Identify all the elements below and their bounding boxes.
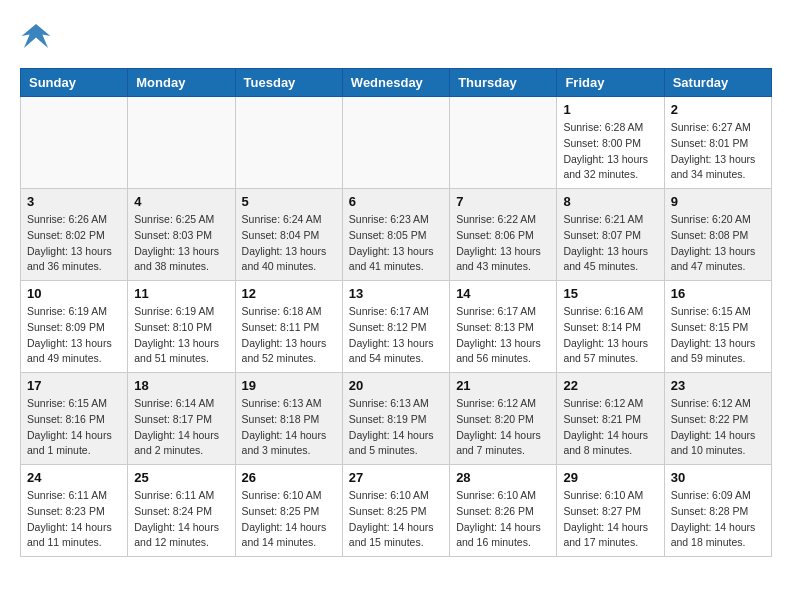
day-cell-1: 1Sunrise: 6:28 AM Sunset: 8:00 PM Daylig…	[557, 97, 664, 189]
day-info: Sunrise: 6:28 AM Sunset: 8:00 PM Dayligh…	[563, 120, 657, 183]
day-number: 23	[671, 378, 765, 393]
weekday-header-saturday: Saturday	[664, 69, 771, 97]
day-info: Sunrise: 6:09 AM Sunset: 8:28 PM Dayligh…	[671, 488, 765, 551]
day-cell-21: 21Sunrise: 6:12 AM Sunset: 8:20 PM Dayli…	[450, 373, 557, 465]
day-info: Sunrise: 6:15 AM Sunset: 8:15 PM Dayligh…	[671, 304, 765, 367]
logo-icon	[20, 20, 52, 52]
day-cell-10: 10Sunrise: 6:19 AM Sunset: 8:09 PM Dayli…	[21, 281, 128, 373]
day-info: Sunrise: 6:13 AM Sunset: 8:19 PM Dayligh…	[349, 396, 443, 459]
day-number: 19	[242, 378, 336, 393]
day-info: Sunrise: 6:10 AM Sunset: 8:25 PM Dayligh…	[349, 488, 443, 551]
weekday-header-wednesday: Wednesday	[342, 69, 449, 97]
day-cell-6: 6Sunrise: 6:23 AM Sunset: 8:05 PM Daylig…	[342, 189, 449, 281]
day-info: Sunrise: 6:16 AM Sunset: 8:14 PM Dayligh…	[563, 304, 657, 367]
weekday-header-row: SundayMondayTuesdayWednesdayThursdayFrid…	[21, 69, 772, 97]
day-info: Sunrise: 6:19 AM Sunset: 8:09 PM Dayligh…	[27, 304, 121, 367]
day-cell-24: 24Sunrise: 6:11 AM Sunset: 8:23 PM Dayli…	[21, 465, 128, 557]
weekday-header-monday: Monday	[128, 69, 235, 97]
day-cell-30: 30Sunrise: 6:09 AM Sunset: 8:28 PM Dayli…	[664, 465, 771, 557]
day-number: 12	[242, 286, 336, 301]
day-info: Sunrise: 6:25 AM Sunset: 8:03 PM Dayligh…	[134, 212, 228, 275]
day-info: Sunrise: 6:24 AM Sunset: 8:04 PM Dayligh…	[242, 212, 336, 275]
day-number: 20	[349, 378, 443, 393]
day-cell-27: 27Sunrise: 6:10 AM Sunset: 8:25 PM Dayli…	[342, 465, 449, 557]
day-info: Sunrise: 6:12 AM Sunset: 8:21 PM Dayligh…	[563, 396, 657, 459]
empty-cell	[450, 97, 557, 189]
svg-marker-0	[22, 24, 51, 48]
day-info: Sunrise: 6:17 AM Sunset: 8:12 PM Dayligh…	[349, 304, 443, 367]
day-info: Sunrise: 6:10 AM Sunset: 8:26 PM Dayligh…	[456, 488, 550, 551]
day-info: Sunrise: 6:18 AM Sunset: 8:11 PM Dayligh…	[242, 304, 336, 367]
day-cell-3: 3Sunrise: 6:26 AM Sunset: 8:02 PM Daylig…	[21, 189, 128, 281]
day-number: 14	[456, 286, 550, 301]
day-info: Sunrise: 6:17 AM Sunset: 8:13 PM Dayligh…	[456, 304, 550, 367]
day-cell-23: 23Sunrise: 6:12 AM Sunset: 8:22 PM Dayli…	[664, 373, 771, 465]
day-number: 28	[456, 470, 550, 485]
day-info: Sunrise: 6:12 AM Sunset: 8:20 PM Dayligh…	[456, 396, 550, 459]
day-info: Sunrise: 6:23 AM Sunset: 8:05 PM Dayligh…	[349, 212, 443, 275]
day-cell-14: 14Sunrise: 6:17 AM Sunset: 8:13 PM Dayli…	[450, 281, 557, 373]
day-number: 10	[27, 286, 121, 301]
weekday-header-sunday: Sunday	[21, 69, 128, 97]
day-number: 30	[671, 470, 765, 485]
day-number: 5	[242, 194, 336, 209]
day-number: 29	[563, 470, 657, 485]
day-number: 27	[349, 470, 443, 485]
day-number: 9	[671, 194, 765, 209]
week-row-1: 1Sunrise: 6:28 AM Sunset: 8:00 PM Daylig…	[21, 97, 772, 189]
calendar: SundayMondayTuesdayWednesdayThursdayFrid…	[20, 68, 772, 557]
day-cell-17: 17Sunrise: 6:15 AM Sunset: 8:16 PM Dayli…	[21, 373, 128, 465]
day-info: Sunrise: 6:10 AM Sunset: 8:27 PM Dayligh…	[563, 488, 657, 551]
day-number: 16	[671, 286, 765, 301]
day-cell-25: 25Sunrise: 6:11 AM Sunset: 8:24 PM Dayli…	[128, 465, 235, 557]
day-info: Sunrise: 6:14 AM Sunset: 8:17 PM Dayligh…	[134, 396, 228, 459]
empty-cell	[235, 97, 342, 189]
day-info: Sunrise: 6:15 AM Sunset: 8:16 PM Dayligh…	[27, 396, 121, 459]
week-row-4: 17Sunrise: 6:15 AM Sunset: 8:16 PM Dayli…	[21, 373, 772, 465]
day-number: 17	[27, 378, 121, 393]
empty-cell	[128, 97, 235, 189]
day-number: 18	[134, 378, 228, 393]
day-number: 4	[134, 194, 228, 209]
day-number: 6	[349, 194, 443, 209]
week-row-2: 3Sunrise: 6:26 AM Sunset: 8:02 PM Daylig…	[21, 189, 772, 281]
day-cell-2: 2Sunrise: 6:27 AM Sunset: 8:01 PM Daylig…	[664, 97, 771, 189]
day-cell-29: 29Sunrise: 6:10 AM Sunset: 8:27 PM Dayli…	[557, 465, 664, 557]
day-number: 1	[563, 102, 657, 117]
day-cell-22: 22Sunrise: 6:12 AM Sunset: 8:21 PM Dayli…	[557, 373, 664, 465]
day-cell-11: 11Sunrise: 6:19 AM Sunset: 8:10 PM Dayli…	[128, 281, 235, 373]
day-number: 7	[456, 194, 550, 209]
empty-cell	[21, 97, 128, 189]
day-info: Sunrise: 6:21 AM Sunset: 8:07 PM Dayligh…	[563, 212, 657, 275]
day-info: Sunrise: 6:27 AM Sunset: 8:01 PM Dayligh…	[671, 120, 765, 183]
weekday-header-tuesday: Tuesday	[235, 69, 342, 97]
day-info: Sunrise: 6:22 AM Sunset: 8:06 PM Dayligh…	[456, 212, 550, 275]
day-info: Sunrise: 6:13 AM Sunset: 8:18 PM Dayligh…	[242, 396, 336, 459]
day-number: 2	[671, 102, 765, 117]
day-cell-5: 5Sunrise: 6:24 AM Sunset: 8:04 PM Daylig…	[235, 189, 342, 281]
day-number: 24	[27, 470, 121, 485]
day-cell-8: 8Sunrise: 6:21 AM Sunset: 8:07 PM Daylig…	[557, 189, 664, 281]
week-row-5: 24Sunrise: 6:11 AM Sunset: 8:23 PM Dayli…	[21, 465, 772, 557]
day-cell-16: 16Sunrise: 6:15 AM Sunset: 8:15 PM Dayli…	[664, 281, 771, 373]
day-number: 8	[563, 194, 657, 209]
day-number: 13	[349, 286, 443, 301]
day-cell-18: 18Sunrise: 6:14 AM Sunset: 8:17 PM Dayli…	[128, 373, 235, 465]
day-info: Sunrise: 6:11 AM Sunset: 8:23 PM Dayligh…	[27, 488, 121, 551]
week-row-3: 10Sunrise: 6:19 AM Sunset: 8:09 PM Dayli…	[21, 281, 772, 373]
weekday-header-friday: Friday	[557, 69, 664, 97]
day-cell-4: 4Sunrise: 6:25 AM Sunset: 8:03 PM Daylig…	[128, 189, 235, 281]
day-info: Sunrise: 6:12 AM Sunset: 8:22 PM Dayligh…	[671, 396, 765, 459]
day-cell-12: 12Sunrise: 6:18 AM Sunset: 8:11 PM Dayli…	[235, 281, 342, 373]
day-info: Sunrise: 6:10 AM Sunset: 8:25 PM Dayligh…	[242, 488, 336, 551]
day-info: Sunrise: 6:20 AM Sunset: 8:08 PM Dayligh…	[671, 212, 765, 275]
day-cell-20: 20Sunrise: 6:13 AM Sunset: 8:19 PM Dayli…	[342, 373, 449, 465]
day-cell-13: 13Sunrise: 6:17 AM Sunset: 8:12 PM Dayli…	[342, 281, 449, 373]
day-info: Sunrise: 6:26 AM Sunset: 8:02 PM Dayligh…	[27, 212, 121, 275]
empty-cell	[342, 97, 449, 189]
day-number: 15	[563, 286, 657, 301]
day-cell-26: 26Sunrise: 6:10 AM Sunset: 8:25 PM Dayli…	[235, 465, 342, 557]
day-cell-15: 15Sunrise: 6:16 AM Sunset: 8:14 PM Dayli…	[557, 281, 664, 373]
day-number: 25	[134, 470, 228, 485]
day-number: 26	[242, 470, 336, 485]
